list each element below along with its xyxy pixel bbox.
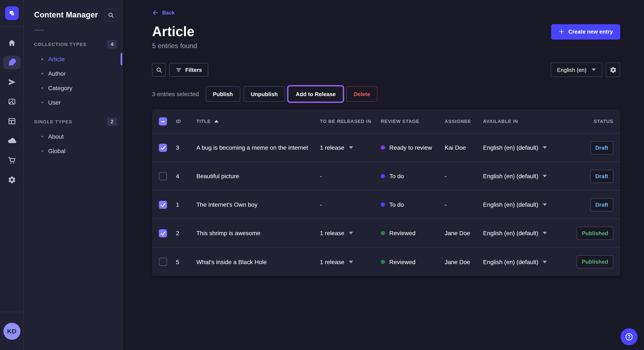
nav-rail-icons (3, 36, 20, 312)
column-header-id: ID (176, 119, 196, 124)
bullet-icon (41, 87, 43, 89)
search-icon[interactable] (104, 8, 117, 21)
cell-available-in[interactable]: English (en) (default) (483, 258, 576, 265)
filters-button[interactable]: Filters (169, 63, 208, 77)
cell-id: 1 (176, 201, 196, 208)
stage-dot-icon (381, 146, 385, 150)
sidebar-section-label: SINGLE TYPES (34, 119, 72, 124)
home-icon[interactable] (3, 36, 20, 50)
cell-title: What's inside a Black Hole (196, 258, 320, 265)
question-circle-icon (625, 333, 633, 341)
bullet-icon (41, 150, 43, 152)
cell-title: The internet's Own boy (196, 201, 320, 208)
back-link[interactable]: Back (152, 9, 174, 16)
sidebar-item-about[interactable]: About (24, 129, 122, 144)
delete-button[interactable]: Delete (346, 86, 377, 102)
cloud-icon[interactable] (3, 134, 20, 148)
row-checkbox[interactable] (159, 200, 167, 209)
column-header-assignee: ASSIGNEE (445, 119, 483, 124)
table-search-icon[interactable] (152, 63, 166, 77)
cell-review-stage: Reviewed (381, 230, 445, 236)
locale-select[interactable]: English (en) (550, 62, 602, 77)
cell-available-in[interactable]: English (en) (default) (483, 144, 576, 151)
cell-assignee: - (445, 173, 483, 179)
table-row[interactable]: 5 What's inside a Black Hole 1 release R… (152, 247, 620, 276)
cell-status: Draft (576, 141, 613, 154)
cell-release[interactable]: - (320, 201, 381, 208)
cell-release[interactable]: 1 release (320, 230, 381, 236)
sidebar-item-list: Article Author Category User (24, 52, 122, 110)
cell-available-in[interactable]: English (en) (default) (483, 201, 576, 208)
cell-status: Published (576, 255, 613, 268)
cell-status: Published (576, 226, 613, 240)
table-header-row: ID TITLE TO BE RELEASED IN REVIEW STAGE … (152, 109, 620, 134)
add-to-release-button[interactable]: Add to Release (288, 86, 343, 102)
row-checkbox[interactable] (159, 172, 167, 180)
feather-content-icon[interactable] (3, 56, 20, 69)
bullet-icon (41, 58, 43, 60)
unpublish-button[interactable]: Unpublish (244, 86, 285, 102)
sidebar-item-label: Article (48, 56, 65, 62)
strapi-logo-icon[interactable] (5, 6, 18, 20)
table-row[interactable]: 4 Beautiful picture - To do - English (e… (152, 162, 620, 190)
sidebar-item-global[interactable]: Global (24, 144, 122, 158)
cell-title: This shrimp is awesome (196, 230, 320, 236)
bullet-icon (41, 136, 43, 137)
stage-dot-icon (381, 174, 385, 178)
cell-review-stage: Reviewed (381, 258, 445, 265)
sidebar-section: SINGLE TYPES 2 About Global (24, 114, 122, 158)
column-header-release: TO BE RELEASED IN (320, 119, 381, 124)
cell-assignee: Jane Doe (445, 230, 483, 236)
publish-button[interactable]: Publish (206, 86, 240, 102)
cell-release[interactable]: - (320, 173, 381, 179)
table-body: 3 A bug is becoming a meme on the intern… (152, 134, 620, 276)
media-images-icon[interactable] (3, 95, 20, 108)
sidebar-item-author[interactable]: Author (24, 66, 122, 81)
cell-available-in[interactable]: English (en) (default) (483, 230, 576, 236)
column-header-status: STATUS (576, 119, 613, 124)
select-all-checkbox[interactable] (159, 117, 167, 125)
arrow-left-icon (152, 9, 159, 16)
sidebar-sections: COLLECTION TYPES 4 Article Author Catego… (24, 37, 122, 158)
layout-builder-icon[interactable] (3, 114, 20, 128)
row-checkbox[interactable] (159, 144, 167, 152)
stage-dot-icon (381, 260, 385, 264)
user-avatar[interactable]: KD (3, 323, 20, 340)
chevron-down-icon (592, 68, 596, 71)
cell-available-in[interactable]: English (en) (default) (483, 173, 576, 179)
status-badge: Published (577, 255, 613, 268)
help-button[interactable] (620, 328, 638, 345)
sidebar-section-label: COLLECTION TYPES (34, 42, 87, 47)
sidebar-title: Content Manager (34, 10, 98, 19)
sidebar-item-user[interactable]: User (24, 95, 122, 110)
sidebar-item-label: Author (48, 70, 66, 77)
create-new-entry-button[interactable]: Create new entry (551, 24, 620, 39)
view-settings-gear-icon[interactable] (606, 62, 620, 77)
main-content: Back Article Create new entry 5 entries … (123, 0, 644, 350)
sidebar-item-article[interactable]: Article (24, 52, 122, 66)
bullet-icon (41, 73, 43, 74)
table-row[interactable]: 3 A bug is becoming a meme on the intern… (152, 134, 620, 162)
sidebar-item-category[interactable]: Category (24, 81, 122, 95)
row-checkbox[interactable] (159, 258, 167, 266)
sidebar-item-label: About (48, 133, 64, 140)
content-manager-sidebar: Content Manager COLLECTION TYPES 4 Artic… (24, 0, 123, 350)
cell-release[interactable]: 1 release (320, 144, 381, 151)
paper-plane-icon[interactable] (3, 75, 20, 89)
sidebar-section-count-badge: 4 (107, 40, 117, 48)
table-row[interactable]: 2 This shrimp is awesome 1 release Revie… (152, 219, 620, 247)
sort-ascending-icon[interactable] (214, 120, 218, 123)
cell-title: Beautiful picture (196, 173, 320, 179)
cell-id: 2 (176, 230, 196, 236)
bullet-icon (41, 102, 43, 103)
selection-count-text: 3 entries selected (152, 91, 199, 97)
table-row[interactable]: 1 The internet's Own boy - To do - Engli… (152, 190, 620, 219)
cart-marketplace-icon[interactable] (3, 154, 20, 167)
gear-settings-icon[interactable] (3, 173, 20, 187)
chevron-down-icon (543, 232, 547, 234)
cell-release[interactable]: 1 release (320, 258, 381, 265)
cell-status: Draft (576, 170, 613, 183)
row-checkbox[interactable] (159, 229, 167, 237)
entries-table: ID TITLE TO BE RELEASED IN REVIEW STAGE … (152, 109, 620, 276)
cell-status: Draft (576, 198, 613, 211)
